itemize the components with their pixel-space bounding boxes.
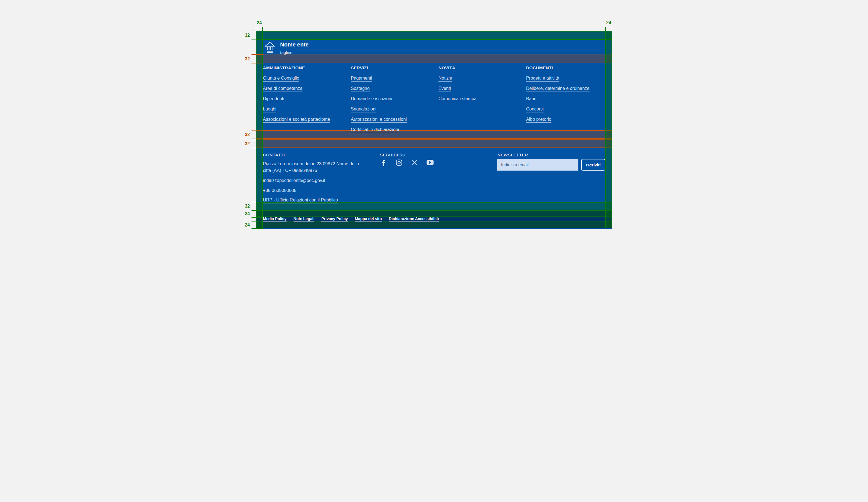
- footer-contacts-row: CONTATTI Piazza Lorem ipsum dolor, 23 09…: [256, 148, 612, 202]
- footer-link[interactable]: Progetti e attività: [526, 76, 559, 82]
- measure-tick: [251, 139, 262, 139]
- nav-column-title: AMMINISTRAZIONE: [263, 65, 351, 70]
- newsletter-title: NEWSLETTER: [497, 153, 606, 157]
- measure-label: 32: [241, 132, 250, 137]
- measure-tick: [251, 40, 262, 40]
- entity-tagline: tagline: [280, 50, 309, 55]
- youtube-icon[interactable]: [426, 159, 434, 166]
- footer-link[interactable]: Autorizzazioni e concessioni: [351, 117, 407, 123]
- measure-label: 32: [241, 33, 250, 38]
- nav-column-title: NOVITÀ: [438, 65, 526, 70]
- legal-link[interactable]: Note Legali: [293, 217, 314, 222]
- newsletter-subscribe-button[interactable]: Iscriviti: [581, 159, 606, 171]
- measure-tick: [612, 27, 612, 31]
- urp-link[interactable]: URP - Ufficio Relazioni con il Pubblico: [263, 197, 338, 203]
- measure-label: 32: [241, 204, 250, 209]
- measure-tick: [251, 130, 262, 131]
- social-title: SEGUICI SU: [380, 153, 497, 157]
- newsletter-section: NEWSLETTER Iscriviti: [497, 153, 606, 203]
- spacer-32-overlay: [256, 54, 612, 63]
- contacts-address: Piazza Lorem ipsum dolor, 23 09872 Nome …: [263, 161, 366, 174]
- contacts-title: CONTATTI: [263, 153, 380, 157]
- nav-column-documenti: DOCUMENTI Progetti e attività Delibere, …: [526, 65, 606, 137]
- measure-label: 24: [241, 211, 250, 216]
- measure-tick: [251, 210, 262, 211]
- social-icons: [380, 159, 497, 166]
- measure-tick: [262, 27, 263, 31]
- measure-label: 32: [241, 57, 250, 61]
- footer-link[interactable]: Domande e iscrizioni: [351, 96, 392, 102]
- footer-link[interactable]: Delibere, determine e ordinanze: [526, 86, 590, 92]
- legal-link[interactable]: Dichiarazione Accessibilità: [389, 217, 439, 222]
- nav-column-title: SERVIZI: [351, 65, 438, 70]
- footer-link[interactable]: Luoghi: [263, 106, 276, 112]
- newsletter-email-input[interactable]: [497, 159, 578, 171]
- footer-legal-bar: Media Policy Note Legali Privacy Policy …: [256, 211, 612, 228]
- social-section: SEGUICI SU: [380, 153, 497, 203]
- legal-link[interactable]: Mappa del sito: [355, 217, 382, 222]
- footer-link[interactable]: Dipendenti: [263, 96, 284, 102]
- facebook-icon[interactable]: [380, 159, 387, 166]
- nav-column-amministrazione: AMMINISTRAZIONE Giunta e Consiglio Aree …: [262, 65, 351, 137]
- design-spec-canvas: Nome ente tagline AMMINISTRAZIONE Giunta…: [217, 0, 651, 251]
- measure-tick: [256, 27, 256, 31]
- measure-tick: [251, 148, 262, 148]
- legal-bar-top-padding-overlay: [256, 211, 612, 217]
- footer-link[interactable]: Certificati e dichiarazioni: [351, 127, 399, 133]
- measure-tick: [251, 222, 262, 222]
- legal-bar-bottom-padding-overlay: [256, 222, 612, 228]
- footer-link[interactable]: Comunicati stampa: [438, 96, 477, 102]
- measure-tick: [251, 63, 262, 63]
- footer-nav: AMMINISTRAZIONE Giunta e Consiglio Aree …: [256, 63, 612, 130]
- measure-tick: [251, 140, 262, 140]
- footer-link[interactable]: Albo pretorio: [526, 117, 551, 123]
- measure-label: 24: [241, 223, 250, 228]
- legal-link[interactable]: Media Policy: [263, 217, 287, 222]
- footer-link[interactable]: Eventi: [438, 86, 451, 92]
- legal-link[interactable]: Privacy Policy: [321, 217, 348, 222]
- contacts-email: indirizzopecdellente@pec.gov.it: [263, 177, 379, 184]
- footer-link[interactable]: Giunta e Consiglio: [263, 76, 299, 82]
- measure-tick: [251, 54, 262, 55]
- footer-link[interactable]: Sostegno: [351, 86, 370, 92]
- x-twitter-icon[interactable]: [411, 159, 418, 166]
- nav-column-novita: NOVITÀ Notizie Eventi Comunicati stampa: [438, 65, 526, 137]
- footer: Nome ente tagline AMMINISTRAZIONE Giunta…: [256, 31, 612, 229]
- measure-tick: [251, 202, 262, 202]
- measure-label-top-right: 24: [605, 20, 613, 25]
- footer-link[interactable]: Pagamenti: [351, 76, 372, 82]
- footer-header: Nome ente tagline: [256, 40, 612, 54]
- measure-tick: [251, 228, 262, 229]
- footer-link[interactable]: Aree di competenza: [263, 86, 302, 92]
- legal-links: Media Policy Note Legali Privacy Policy …: [256, 217, 612, 222]
- measure-label: 32: [241, 141, 250, 146]
- footer-link[interactable]: Concorsi: [526, 106, 544, 112]
- footer-link[interactable]: Associazioni e società partecipate: [263, 117, 330, 123]
- footer-link[interactable]: Bandi: [526, 96, 537, 102]
- measure-label-top-left: 24: [255, 20, 263, 25]
- spacer-32-overlay: [256, 140, 612, 148]
- measure-tick: [251, 31, 262, 31]
- institution-logo-icon: [264, 41, 276, 53]
- entity-name: Nome ente: [280, 41, 309, 48]
- nav-column-title: DOCUMENTI: [526, 65, 606, 70]
- instagram-icon[interactable]: [395, 159, 403, 166]
- footer-link[interactable]: Segnalazioni: [351, 106, 376, 112]
- footer-link[interactable]: Notizie: [438, 76, 452, 82]
- top-padding-overlay: [256, 31, 612, 40]
- measure-tick: [251, 217, 262, 218]
- contacts-phone: +39 0609090909: [263, 187, 379, 194]
- measure-tick: [605, 27, 606, 31]
- contacts-section: CONTATTI Piazza Lorem ipsum dolor, 23 09…: [262, 153, 380, 203]
- nav-column-servizi: SERVIZI Pagamenti Sostegno Domande e isc…: [351, 65, 438, 137]
